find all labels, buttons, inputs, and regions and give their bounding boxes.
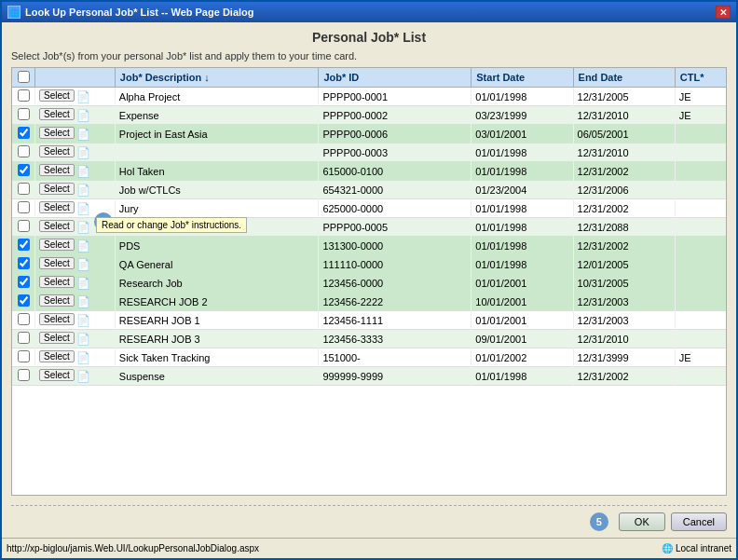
row-checkbox[interactable]: [18, 108, 30, 120]
intranet-icon: 🌐: [662, 543, 673, 553]
doc-icon[interactable]: 📄: [76, 90, 89, 103]
select-cell: Select📄: [35, 106, 116, 125]
select-button[interactable]: Select: [39, 127, 75, 139]
row-start: 01/01/1998: [472, 367, 573, 386]
row-desc: Job w/CTLCs: [115, 181, 319, 199]
select-button[interactable]: Select: [39, 239, 75, 251]
close-button[interactable]: ✕: [716, 6, 731, 19]
row-checkbox[interactable]: [18, 350, 30, 362]
row-checkbox[interactable]: [18, 369, 30, 381]
status-bar: http://xp-biglou/jamis.Web.UI/LookupPers…: [2, 538, 736, 558]
doc-icon[interactable]: 📄: [76, 146, 89, 159]
row-ctl: [675, 255, 726, 274]
row-checkbox[interactable]: [18, 201, 30, 213]
select-cell: Select📄: [35, 367, 116, 386]
row-checkbox[interactable]: [18, 294, 30, 307]
row-id: 123456-0000: [319, 274, 472, 293]
select-button[interactable]: Select: [39, 201, 75, 213]
cancel-button[interactable]: Cancel: [671, 512, 727, 531]
select-all-checkbox[interactable]: [18, 71, 30, 83]
row-start: 01/01/1998: [472, 255, 573, 274]
select-cell: Select📄: [35, 293, 116, 311]
job-table: Job* Description ↓ Job* ID Start Date En…: [12, 68, 726, 386]
select-button[interactable]: Select: [39, 220, 75, 232]
doc-icon[interactable]: 📄: [76, 295, 89, 308]
row-checkbox[interactable]: [18, 332, 30, 344]
row-ctl: [675, 367, 726, 386]
col-header-end: End Date: [573, 68, 675, 88]
badge-3: 3: [94, 212, 113, 231]
row-desc: QA General: [115, 255, 319, 274]
select-button[interactable]: Select: [39, 276, 75, 288]
doc-icon[interactable]: 📄: [76, 221, 89, 234]
select-cell: Select📄: [35, 88, 116, 106]
row-desc: Jury: [115, 199, 319, 218]
row-start: 10/01/2001: [472, 293, 573, 311]
row-desc: Suspense: [115, 367, 319, 386]
select-button[interactable]: Select: [39, 313, 75, 325]
row-start: 01/01/1998: [472, 88, 573, 106]
doc-icon[interactable]: 📄: [76, 370, 89, 383]
doc-icon[interactable]: 📄: [76, 239, 89, 253]
select-button[interactable]: Select: [39, 294, 75, 307]
doc-icon[interactable]: 📄: [76, 277, 89, 290]
row-checkbox[interactable]: [18, 164, 30, 176]
footer-divider: [11, 505, 727, 506]
row-end: 06/05/2001: [573, 125, 675, 143]
row-desc: Alpha Project: [115, 88, 319, 106]
row-desc: Sick Taken Tracking: [115, 348, 319, 367]
badge-5: 5: [590, 512, 608, 531]
doc-icon[interactable]: 📄: [76, 351, 89, 364]
select-button[interactable]: Select: [39, 89, 75, 102]
doc-icon[interactable]: 📄: [76, 202, 89, 215]
doc-icon[interactable]: 📄: [76, 109, 89, 122]
row-end: 12/31/2010: [573, 106, 675, 125]
select-cell: Select📄: [35, 255, 116, 274]
table-scroll[interactable]: Job* Description ↓ Job* ID Start Date En…: [12, 68, 726, 495]
button-row: 5 OK Cancel: [11, 511, 727, 533]
row-checkbox[interactable]: [18, 239, 30, 251]
row-checkbox[interactable]: [18, 276, 30, 288]
row-checkbox[interactable]: [18, 220, 30, 232]
row-start: 09/01/2001: [472, 330, 573, 348]
row-desc: Project in East Asia: [115, 125, 319, 143]
row-checkbox[interactable]: [18, 183, 30, 195]
select-button[interactable]: Select: [39, 332, 75, 344]
doc-icon[interactable]: 📄: [76, 128, 89, 141]
row-id: 123456-3333: [319, 330, 472, 348]
row-start: 01/01/2001: [472, 311, 573, 330]
col-header-check: [12, 68, 35, 88]
select-button[interactable]: Select: [39, 108, 75, 120]
select-button[interactable]: Select: [39, 183, 75, 195]
doc-icon[interactable]: 📄: [76, 314, 89, 327]
row-checkbox[interactable]: [18, 145, 30, 157]
select-button[interactable]: Select: [39, 145, 75, 157]
doc-icon[interactable]: 📄: [76, 258, 89, 271]
footer-area: 5 OK Cancel: [11, 500, 727, 533]
select-button[interactable]: Select: [39, 350, 75, 362]
job-table-container: Job* Description ↓ Job* ID Start Date En…: [11, 67, 727, 496]
row-checkbox[interactable]: [18, 89, 30, 102]
row-checkbox[interactable]: [18, 127, 30, 139]
row-checkbox[interactable]: [18, 313, 30, 325]
row-end: 12/31/2002: [573, 367, 675, 386]
row-end: 12/31/2002: [573, 162, 675, 181]
ok-button[interactable]: OK: [619, 512, 665, 531]
select-button[interactable]: Select: [39, 164, 75, 176]
doc-icon[interactable]: 📄: [76, 333, 89, 346]
select-cell: Select📄: [35, 311, 116, 330]
row-ctl: [675, 311, 726, 330]
row-id: PPPP00-0002: [319, 106, 472, 125]
doc-icon[interactable]: 📄: [76, 165, 89, 178]
doc-icon[interactable]: 📄: [76, 184, 89, 197]
select-button[interactable]: Select: [39, 369, 75, 381]
row-end: 12/31/2005: [573, 88, 675, 106]
select-button[interactable]: Select: [39, 257, 75, 269]
window-title: Look Up Personal Job* List -- Web Page D…: [25, 7, 716, 18]
row-checkbox[interactable]: [18, 257, 30, 269]
row-id: 123456-2222: [319, 293, 472, 311]
row-desc: RESEARCH JOB 2: [115, 293, 319, 311]
row-ctl: [675, 237, 726, 255]
row-id: PPPP00-0005: [319, 218, 472, 237]
row-id: 999999-9999: [319, 367, 472, 386]
